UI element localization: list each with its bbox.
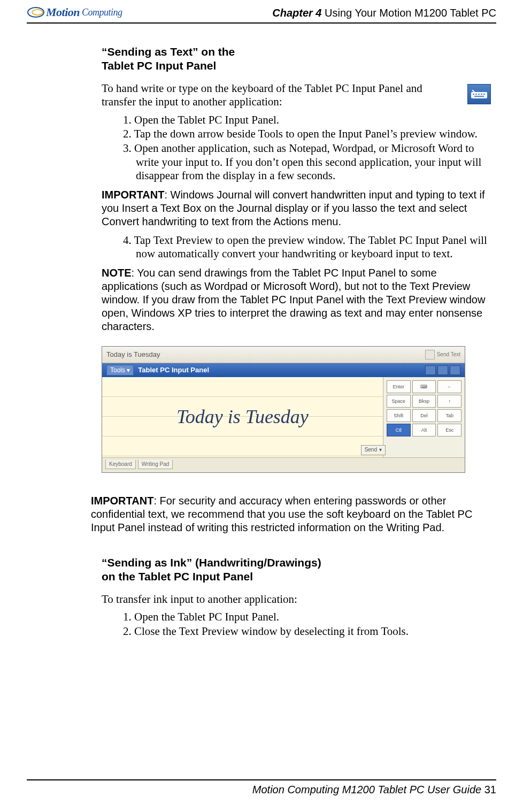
important-callout-1: IMPORTANT: Windows Journal will convert …	[102, 188, 491, 228]
section1-title: “Sending as Text” on the Tablet PC Input…	[102, 45, 491, 73]
keyboard-icon	[467, 84, 491, 104]
svg-rect-2	[471, 92, 487, 98]
send-text-button[interactable]: Send Text	[437, 351, 460, 358]
svg-point-1	[32, 10, 43, 15]
panel-title: Tablet PC Input Panel	[138, 366, 209, 374]
key-enter[interactable]: Enter	[387, 380, 411, 393]
preview-mini-button[interactable]	[425, 350, 435, 359]
svg-rect-6	[481, 94, 482, 95]
brand-logo: Motion Computing	[27, 5, 122, 19]
step-4: 4. Tap Text Preview to open the preview …	[114, 234, 491, 261]
logo-swirl-icon	[27, 6, 45, 18]
important-callout-2: IMPORTANT: For security and accuracy whe…	[91, 494, 491, 534]
section2-steps: 1. Open the Tablet PC Input Panel. 2. Cl…	[114, 610, 491, 638]
page-header: Motion Computing Chapter 4 Using Your Mo…	[27, 5, 496, 20]
tabs-row: Keyboard Writing Pad	[102, 457, 465, 472]
footer-text: Motion Computing M1200 Tablet PC User Gu…	[252, 784, 481, 795]
section2-intro: To transfer ink input to another applica…	[102, 593, 491, 607]
section2-title: “Sending as Ink” (Handwriting/Drawings) …	[102, 556, 491, 584]
titlebar-button-1[interactable]	[425, 365, 436, 375]
chevron-down-icon: ▾	[379, 447, 382, 453]
page-footer: Motion Computing M1200 Tablet PC User Gu…	[27, 779, 496, 796]
svg-point-0	[28, 7, 44, 17]
key-alt[interactable]: Alt	[412, 424, 436, 436]
logo-sub-text: Computing	[82, 7, 122, 18]
preview-bar: Today is Tuesday Send Text	[102, 347, 465, 363]
tab-keyboard[interactable]: Keyboard	[105, 460, 136, 469]
svg-rect-4	[475, 94, 477, 95]
page-number: 31	[484, 784, 496, 795]
section2-step-2: 2. Close the Text Preview window by dese…	[114, 625, 491, 639]
handwriting-sample: Today is Tuesday	[102, 377, 383, 457]
section2-step-1: 1. Open the Tablet PC Input Panel.	[114, 610, 491, 624]
step-2: 2. Tap the down arrow beside Tools to op…	[114, 127, 491, 141]
send-button[interactable]: Send ▾	[361, 445, 386, 455]
section1-intro: To hand write or type on the keyboard of…	[102, 82, 457, 109]
logo-main-text: Motion	[46, 5, 80, 19]
titlebar-button-2[interactable]	[437, 365, 448, 375]
key-esc[interactable]: Esc	[437, 424, 462, 436]
key-space[interactable]: Space	[387, 395, 411, 408]
tools-dropdown[interactable]: Tools ▾	[106, 365, 134, 376]
key-up[interactable]: ↑	[437, 395, 462, 408]
step-3: 3. Open another application, such as Not…	[114, 142, 491, 183]
svg-rect-7	[483, 94, 485, 95]
panel-title-bar: Tools ▾ Tablet PC Input Panel	[102, 363, 465, 377]
key-shift[interactable]: Shift	[387, 409, 411, 422]
input-panel-screenshot: Today is Tuesday Send Text Tools ▾ Table…	[102, 346, 465, 473]
chapter-title: Using Your Motion M1200 Tablet PC	[325, 7, 496, 19]
key-ctl[interactable]: Ctl	[387, 424, 411, 436]
section1-step-4: 4. Tap Text Preview to open the preview …	[114, 234, 491, 261]
key-tab[interactable]: Tab	[437, 409, 462, 422]
titlebar-button-3[interactable]	[450, 365, 460, 375]
writing-area[interactable]: Today is Tuesday Enter ⌨ ← → Space Bksp …	[102, 377, 465, 457]
step-1: 1. Open the Tablet PC Input Panel.	[114, 113, 491, 127]
preview-text: Today is Tuesday	[106, 350, 160, 359]
note-callout: NOTE: You can send drawings from the Tab…	[102, 266, 491, 333]
key-grid: Enter ⌨ ← → Space Bksp ↑ Shift Del Tab C…	[383, 377, 465, 457]
svg-rect-5	[478, 94, 480, 95]
chapter-number: Chapter 4	[272, 7, 321, 19]
svg-rect-8	[474, 96, 484, 97]
header-rule	[27, 22, 496, 24]
key-bksp[interactable]: Bksp	[412, 395, 436, 408]
tab-writing-pad[interactable]: Writing Pad	[138, 460, 173, 469]
chapter-heading: Chapter 4 Using Your Motion M1200 Tablet…	[272, 7, 496, 19]
key-kb-icon[interactable]: ⌨	[412, 380, 436, 393]
key-left[interactable]: ←	[437, 380, 462, 393]
section1-steps-a: 1. Open the Tablet PC Input Panel. 2. Ta…	[114, 113, 491, 183]
key-del[interactable]: Del	[412, 409, 436, 422]
svg-rect-3	[473, 94, 474, 95]
